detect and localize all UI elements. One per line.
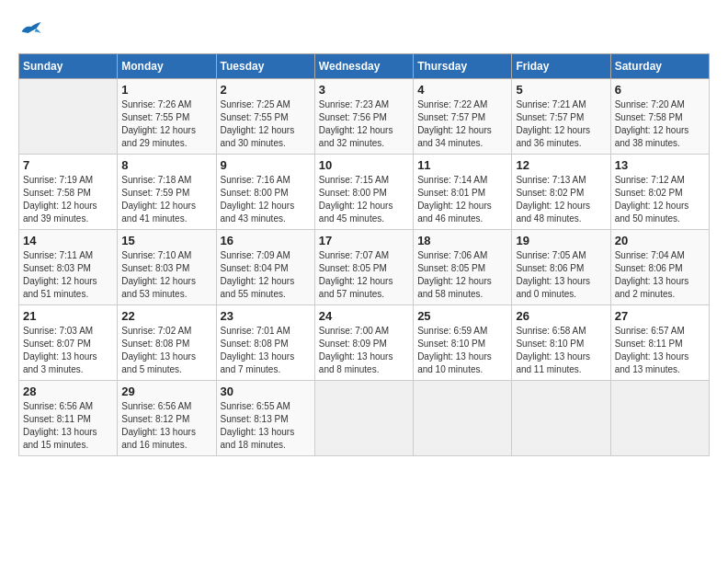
- calendar-cell: [19, 79, 118, 155]
- cell-info: Sunrise: 7:14 AMSunset: 8:01 PMDaylight:…: [417, 174, 507, 225]
- calendar-cell: 3Sunrise: 7:23 AMSunset: 7:56 PMDaylight…: [314, 79, 413, 155]
- calendar-cell: 19Sunrise: 7:05 AMSunset: 8:06 PMDayligh…: [512, 230, 610, 305]
- cell-info: Sunrise: 7:13 AMSunset: 8:02 PMDaylight:…: [516, 174, 606, 225]
- day-number: 29: [121, 385, 211, 398]
- cell-info: Sunrise: 7:04 AMSunset: 8:06 PMDaylight:…: [615, 249, 705, 301]
- day-number: 8: [121, 158, 211, 172]
- calendar-cell: 2Sunrise: 7:25 AMSunset: 7:55 PMDaylight…: [216, 79, 314, 155]
- header-monday: Monday: [118, 54, 216, 79]
- cell-info: Sunrise: 6:58 AMSunset: 8:10 PMDaylight:…: [516, 325, 606, 376]
- calendar-cell: 15Sunrise: 7:10 AMSunset: 8:03 PMDayligh…: [118, 230, 216, 305]
- day-number: 6: [615, 83, 705, 97]
- day-number: 2: [221, 83, 311, 97]
- cell-info: Sunrise: 7:19 AMSunset: 7:58 PMDaylight:…: [23, 174, 113, 225]
- cell-info: Sunrise: 6:57 AMSunset: 8:11 PMDaylight:…: [615, 325, 705, 376]
- page-header: [18, 18, 710, 39]
- day-number: 21: [23, 309, 113, 323]
- day-number: 13: [615, 158, 705, 172]
- day-number: 23: [221, 309, 311, 323]
- calendar-cell: 23Sunrise: 7:01 AMSunset: 8:08 PMDayligh…: [216, 305, 314, 381]
- calendar-cell: 4Sunrise: 7:22 AMSunset: 7:57 PMDaylight…: [414, 79, 512, 155]
- cell-info: Sunrise: 7:09 AMSunset: 8:04 PMDaylight:…: [221, 249, 311, 301]
- calendar-cell: 18Sunrise: 7:06 AMSunset: 8:05 PMDayligh…: [414, 230, 512, 305]
- calendar-cell: [314, 381, 413, 456]
- day-number: 15: [121, 234, 211, 247]
- cell-info: Sunrise: 7:15 AMSunset: 8:00 PMDaylight:…: [319, 174, 409, 225]
- calendar-cell: 22Sunrise: 7:02 AMSunset: 8:08 PMDayligh…: [118, 305, 216, 381]
- calendar-week-row: 21Sunrise: 7:03 AMSunset: 8:07 PMDayligh…: [19, 305, 710, 381]
- calendar-cell: 17Sunrise: 7:07 AMSunset: 8:05 PMDayligh…: [314, 230, 413, 305]
- day-number: 12: [516, 158, 606, 172]
- calendar-cell: 12Sunrise: 7:13 AMSunset: 8:02 PMDayligh…: [512, 155, 610, 230]
- calendar-cell: [512, 381, 610, 456]
- cell-info: Sunrise: 6:56 AMSunset: 8:12 PMDaylight:…: [121, 400, 211, 452]
- day-number: 17: [319, 234, 409, 247]
- calendar-cell: 27Sunrise: 6:57 AMSunset: 8:11 PMDayligh…: [610, 305, 709, 381]
- cell-info: Sunrise: 7:03 AMSunset: 8:07 PMDaylight:…: [23, 325, 113, 376]
- day-number: 16: [221, 234, 311, 247]
- header-thursday: Thursday: [414, 54, 512, 79]
- calendar-cell: 21Sunrise: 7:03 AMSunset: 8:07 PMDayligh…: [19, 305, 118, 381]
- day-number: 1: [121, 83, 211, 97]
- cell-info: Sunrise: 7:23 AMSunset: 7:56 PMDaylight:…: [319, 98, 409, 150]
- cell-info: Sunrise: 7:25 AMSunset: 7:55 PMDaylight:…: [221, 98, 311, 150]
- calendar-cell: 30Sunrise: 6:55 AMSunset: 8:13 PMDayligh…: [216, 381, 314, 456]
- cell-info: Sunrise: 7:16 AMSunset: 8:00 PMDaylight:…: [221, 174, 311, 225]
- header-sunday: Sunday: [19, 54, 118, 79]
- cell-info: Sunrise: 7:01 AMSunset: 8:08 PMDaylight:…: [221, 325, 311, 376]
- header-saturday: Saturday: [610, 54, 709, 79]
- header-friday: Friday: [512, 54, 610, 79]
- cell-info: Sunrise: 6:59 AMSunset: 8:10 PMDaylight:…: [417, 325, 507, 376]
- cell-info: Sunrise: 7:07 AMSunset: 8:05 PMDaylight:…: [319, 249, 409, 301]
- day-number: 7: [23, 158, 113, 172]
- cell-info: Sunrise: 7:11 AMSunset: 8:03 PMDaylight:…: [23, 249, 113, 301]
- calendar-cell: [610, 381, 709, 456]
- calendar-cell: 10Sunrise: 7:15 AMSunset: 8:00 PMDayligh…: [314, 155, 413, 230]
- calendar-cell: 1Sunrise: 7:26 AMSunset: 7:55 PMDaylight…: [118, 79, 216, 155]
- header-wednesday: Wednesday: [314, 54, 413, 79]
- day-number: 19: [516, 234, 606, 247]
- day-number: 28: [23, 385, 113, 398]
- header-tuesday: Tuesday: [216, 54, 314, 79]
- cell-info: Sunrise: 6:56 AMSunset: 8:11 PMDaylight:…: [23, 400, 113, 452]
- cell-info: Sunrise: 7:00 AMSunset: 8:09 PMDaylight:…: [319, 325, 409, 376]
- day-number: 24: [319, 309, 409, 323]
- calendar-cell: 6Sunrise: 7:20 AMSunset: 7:58 PMDaylight…: [610, 79, 709, 155]
- day-number: 3: [319, 83, 409, 97]
- calendar-header-row: SundayMondayTuesdayWednesdayThursdayFrid…: [19, 54, 710, 79]
- calendar-cell: 25Sunrise: 6:59 AMSunset: 8:10 PMDayligh…: [414, 305, 512, 381]
- calendar-week-row: 28Sunrise: 6:56 AMSunset: 8:11 PMDayligh…: [19, 381, 710, 456]
- cell-info: Sunrise: 7:06 AMSunset: 8:05 PMDaylight:…: [417, 249, 507, 301]
- cell-info: Sunrise: 7:26 AMSunset: 7:55 PMDaylight:…: [121, 98, 211, 150]
- cell-info: Sunrise: 7:10 AMSunset: 8:03 PMDaylight:…: [121, 249, 211, 301]
- calendar-cell: 16Sunrise: 7:09 AMSunset: 8:04 PMDayligh…: [216, 230, 314, 305]
- day-number: 20: [615, 234, 705, 247]
- calendar-cell: 26Sunrise: 6:58 AMSunset: 8:10 PMDayligh…: [512, 305, 610, 381]
- calendar-cell: 11Sunrise: 7:14 AMSunset: 8:01 PMDayligh…: [414, 155, 512, 230]
- cell-info: Sunrise: 7:05 AMSunset: 8:06 PMDaylight:…: [516, 249, 606, 301]
- day-number: 25: [417, 309, 507, 323]
- calendar-cell: 29Sunrise: 6:56 AMSunset: 8:12 PMDayligh…: [118, 381, 216, 456]
- day-number: 30: [221, 385, 311, 398]
- cell-info: Sunrise: 7:18 AMSunset: 7:59 PMDaylight:…: [121, 174, 211, 225]
- day-number: 14: [23, 234, 113, 247]
- day-number: 26: [516, 309, 606, 323]
- day-number: 18: [417, 234, 507, 247]
- day-number: 10: [319, 158, 409, 172]
- logo-bird-icon: [18, 18, 44, 39]
- day-number: 27: [615, 309, 705, 323]
- calendar-cell: 14Sunrise: 7:11 AMSunset: 8:03 PMDayligh…: [19, 230, 118, 305]
- cell-info: Sunrise: 7:12 AMSunset: 8:02 PMDaylight:…: [615, 174, 705, 225]
- calendar-table: SundayMondayTuesdayWednesdayThursdayFrid…: [18, 53, 710, 456]
- cell-info: Sunrise: 7:22 AMSunset: 7:57 PMDaylight:…: [417, 98, 507, 150]
- cell-info: Sunrise: 7:02 AMSunset: 8:08 PMDaylight:…: [121, 325, 211, 376]
- calendar-cell: 24Sunrise: 7:00 AMSunset: 8:09 PMDayligh…: [314, 305, 413, 381]
- calendar-week-row: 1Sunrise: 7:26 AMSunset: 7:55 PMDaylight…: [19, 79, 710, 155]
- day-number: 4: [417, 83, 507, 97]
- calendar-cell: 20Sunrise: 7:04 AMSunset: 8:06 PMDayligh…: [610, 230, 709, 305]
- calendar-cell: 28Sunrise: 6:56 AMSunset: 8:11 PMDayligh…: [19, 381, 118, 456]
- day-number: 9: [221, 158, 311, 172]
- calendar-week-row: 14Sunrise: 7:11 AMSunset: 8:03 PMDayligh…: [19, 230, 710, 305]
- cell-info: Sunrise: 6:55 AMSunset: 8:13 PMDaylight:…: [221, 400, 311, 452]
- calendar-cell: [414, 381, 512, 456]
